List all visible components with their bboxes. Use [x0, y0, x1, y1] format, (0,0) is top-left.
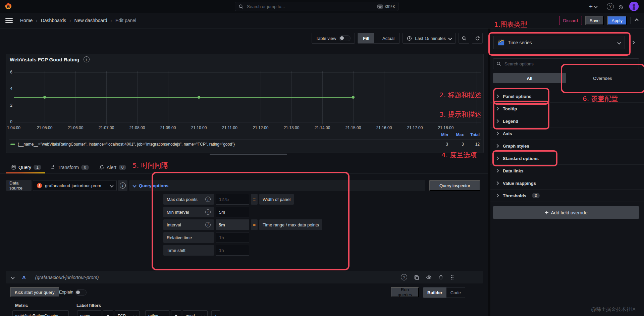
datasource-name: grafanacloud-juniortour-prom [45, 183, 101, 188]
section-axis[interactable]: Axis [490, 127, 644, 140]
duplicate-query-icon[interactable] [414, 275, 419, 280]
user-avatar[interactable] [629, 2, 639, 11]
legend-col-total[interactable]: Total [464, 133, 480, 137]
interval-label: Interval [167, 222, 181, 227]
section-standard-options[interactable]: Standard options [490, 152, 644, 165]
tab-transform[interactable]: Transform 0 [50, 161, 89, 173]
refresh-button[interactable] [472, 33, 483, 44]
metric-select[interactable]: webVitalsRatingCounter [12, 310, 69, 316]
panel-info-icon[interactable]: i [84, 56, 90, 62]
kick-start-query-button[interactable]: Kick start your query [10, 287, 59, 297]
section-graph-styles[interactable]: Graph styles [490, 140, 644, 152]
legend-col-max[interactable]: Max [448, 133, 464, 137]
active-tab-underline [6, 172, 45, 173]
visualization-picker[interactable]: Time series [493, 36, 625, 49]
panel-options-sidebar: Time series All Overrides Panel options … [490, 28, 644, 316]
pane-splitter[interactable] [488, 28, 490, 316]
info-icon[interactable]: i [205, 209, 211, 215]
visualization-name: Time series [508, 40, 532, 45]
options-search[interactable] [493, 58, 639, 69]
max-data-points-input[interactable] [216, 194, 249, 205]
time-shift-label: Time shift [167, 248, 185, 253]
horizontal-scrollbar[interactable] [210, 154, 287, 155]
query-help-button[interactable]: ? [401, 274, 407, 280]
series-name[interactable]: {__name__="webVitalsRatingCounter", inst… [18, 142, 235, 147]
grafana-logo-icon[interactable] [4, 2, 13, 11]
zoom-out-icon [462, 36, 467, 41]
breadcrumb-new-dashboard[interactable]: New dashboard [74, 18, 107, 23]
interval-note: Time range / max data points [259, 219, 322, 230]
legend-header: Min Max Total [432, 133, 480, 137]
tab-all[interactable]: All [493, 73, 566, 83]
divider [630, 17, 631, 24]
filter2-value-select[interactable]: good [183, 310, 208, 316]
section-value-mappings[interactable]: Value mappings [490, 177, 644, 190]
options-search-input[interactable] [504, 61, 636, 67]
y-tick-6: 6 [7, 70, 12, 74]
clock-icon [407, 36, 412, 41]
tab-query[interactable]: Query 1 [11, 161, 41, 173]
series-line [14, 71, 481, 124]
keyboard-shortcut: ctrl+k [377, 4, 395, 9]
breadcrumb-separator: › [36, 18, 37, 23]
run-queries-button[interactable]: Run queries [391, 287, 419, 297]
collapse-query-icon[interactable] [11, 275, 14, 279]
search-input[interactable] [246, 4, 375, 9]
apply-button[interactable]: Apply [607, 16, 627, 25]
section-thresholds[interactable]: Thresholds2 [490, 190, 644, 202]
time-shift-input[interactable] [216, 245, 249, 256]
section-legend[interactable]: Legend [490, 115, 644, 127]
min-interval-label: Min interval [167, 210, 189, 215]
help-button[interactable]: ? [607, 3, 614, 10]
global-search[interactable]: ctrl+k [235, 2, 398, 11]
info-icon[interactable]: i [205, 197, 211, 202]
breadcrumb-home[interactable]: Home [20, 18, 33, 23]
delete-query-icon[interactable] [438, 275, 443, 280]
menu-hamburger-icon[interactable] [5, 17, 13, 24]
datasource-picker[interactable]: grafanacloud-juniortour-prom [33, 180, 117, 191]
tab-alert[interactable]: Alert 0 [99, 161, 126, 173]
y-tick-4: 4 [7, 86, 12, 91]
fill-option[interactable]: Fill [358, 33, 374, 43]
filter2-op-select[interactable]: = [171, 310, 181, 316]
query-inspector-button[interactable]: Query inspector [429, 180, 480, 191]
query-count-badge: 1 [34, 165, 41, 170]
drag-handle-icon[interactable] [450, 275, 454, 280]
datasource-info-button[interactable]: i [118, 180, 127, 191]
explain-toggle[interactable] [75, 289, 87, 296]
query-options-header[interactable]: Query options [129, 180, 425, 191]
new-menu-button[interactable]: + [589, 3, 597, 10]
builder-option[interactable]: Builder [423, 287, 446, 298]
info-icon[interactable]: i [205, 222, 211, 227]
query-ref-id: A [22, 274, 26, 280]
save-button[interactable]: Save [585, 16, 604, 25]
section-data-links[interactable]: Data links [490, 165, 644, 177]
section-panel-options[interactable]: Panel options [490, 90, 644, 103]
code-option[interactable]: Code [446, 287, 465, 298]
add-filter-button[interactable]: + [211, 310, 220, 316]
min-interval-input[interactable] [216, 207, 249, 217]
open-viz-picker-button[interactable] [628, 36, 638, 49]
legend-col-min[interactable]: Min [432, 133, 448, 137]
table-view-toggle[interactable] [339, 35, 351, 41]
add-field-override-button[interactable]: Add field override [493, 206, 639, 219]
filter1-op-select[interactable]: = [103, 310, 113, 316]
filter2-key-select[interactable]: rating [145, 310, 169, 316]
breadcrumb-separator: › [69, 18, 71, 23]
breadcrumb-dashboards[interactable]: Dashboards [41, 18, 66, 23]
filter1-key-select[interactable]: name [77, 310, 101, 316]
news-rss-icon[interactable] [619, 3, 625, 9]
actual-option[interactable]: Actual [377, 33, 399, 43]
discard-button[interactable]: Discard [559, 16, 582, 25]
max-data-points-label: Max data points [167, 197, 198, 202]
filter1-value-select[interactable]: FCP [115, 310, 140, 316]
tab-overrides[interactable]: Overrides [566, 73, 639, 83]
chevron-down-icon [448, 36, 452, 40]
toggle-visibility-icon[interactable] [426, 274, 432, 280]
time-range-picker[interactable]: Last 15 minutes [402, 33, 456, 44]
collapse-header-icon[interactable] [635, 18, 638, 22]
section-tooltip[interactable]: Tooltip [490, 103, 644, 115]
builder-code-segmented: Builder Code [423, 287, 465, 298]
zoom-out-button[interactable] [459, 33, 469, 44]
relative-time-input[interactable] [216, 232, 249, 243]
